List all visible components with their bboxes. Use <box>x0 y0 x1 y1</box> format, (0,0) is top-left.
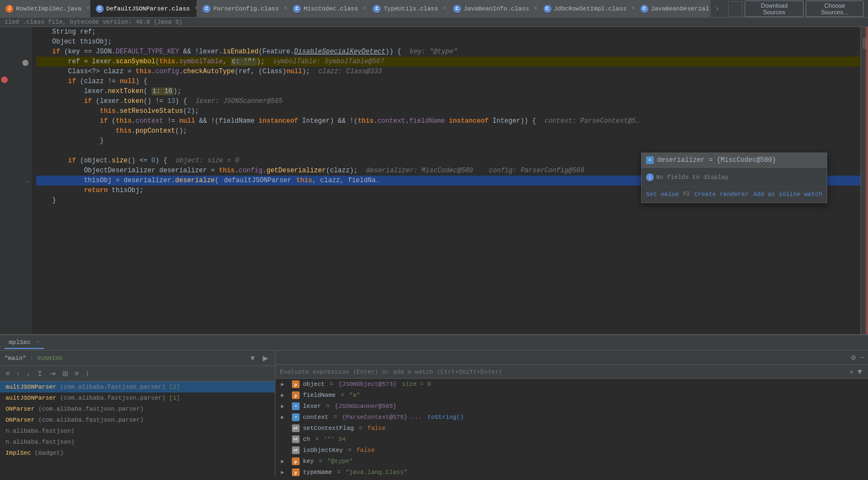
error-marker <box>866 27 868 334</box>
code-line-3: if (key == JSON.DEFAULT_TYPE_KEY && !lex… <box>36 47 860 57</box>
code-line-12: } <box>36 136 860 146</box>
frame-item-2[interactable]: ONParser (com.alibaba.fastjson.parser) <box>0 403 275 414</box>
tab-jdbcrowsetimpl[interactable]: C JdbcRowSetImpl.class × <box>538 0 635 18</box>
class-icon-6: C <box>544 5 551 13</box>
tab-rowsetimplsec[interactable]: J RowSetImplSec.java × <box>0 0 90 18</box>
watches-list[interactable]: ▶ p object = {JSONObject@573} size = 0 ▶… <box>275 379 868 477</box>
frame-item-3[interactable]: ONParser (com.alibaba.fastjson.parser) <box>0 414 275 426</box>
watch-expand-fieldname[interactable]: ▶ <box>281 392 289 399</box>
watch-eq-object: = <box>330 381 334 388</box>
frame-class-1: (com.alibaba.fastjson.parser) <box>60 395 165 401</box>
tab-close-rowsetimplsec[interactable]: × <box>86 6 90 12</box>
code-line-7: lexer.nextToken( i: 16); <box>36 86 860 96</box>
java-icon: J <box>6 5 13 13</box>
tab-javabeaninfo[interactable]: C JavaBeanInfo.class × <box>448 0 538 18</box>
tab-close-javabeaninfo[interactable]: × <box>534 6 538 12</box>
frames-btn-5[interactable]: ≡ <box>73 368 82 379</box>
cursor-indicator: | <box>85 370 89 377</box>
code-line-1: String ref; <box>36 27 860 37</box>
watch-value-setcontextflag: false <box>367 425 386 432</box>
filter-threads-btn[interactable]: ▼ <box>247 353 258 363</box>
frames-btn-3[interactable]: ↥ <box>35 368 45 379</box>
tab-bar: J RowSetImplSec.java × C DefaultJSONPars… <box>0 0 868 18</box>
frames-btn-1[interactable]: ≡ <box>3 368 12 379</box>
watch-type-eq-lexer: ≡ <box>292 402 300 410</box>
watch-expand-context[interactable]: ▶ <box>281 414 289 421</box>
frames-btn-4[interactable]: ⇥ <box>47 368 58 379</box>
tab-typeutils[interactable]: C TypeUtils.class × <box>367 0 447 18</box>
bottom-tab-bar: mplSec × <box>0 335 868 351</box>
frame-name-2: ONParser <box>6 406 35 412</box>
watch-hint-context[interactable]: toString() <box>427 414 464 421</box>
frame-class-6: (Gadget) <box>35 450 64 456</box>
watch-item-key[interactable]: ▶ p key = "@type" <box>275 456 868 467</box>
watch-expand-ch: ▶ <box>281 436 289 443</box>
watch-item-setcontextflag[interactable]: ▶ ot setContextFlag = false <box>275 423 868 434</box>
create-renderer-link[interactable]: Create renderer <box>695 189 749 199</box>
code-line-11: this.popContext(); <box>36 126 860 136</box>
download-sources-button[interactable]: Download Sources <box>745 1 804 17</box>
watch-eq-typename: = <box>337 469 341 476</box>
add-inline-watch-link[interactable]: Add as inline watch <box>753 189 822 199</box>
tab-parserconfig[interactable]: C ParserConfig.class × <box>197 0 287 18</box>
evaluate-input[interactable] <box>280 368 849 375</box>
settings-icon[interactable]: ⚙ <box>851 353 855 362</box>
frame-item-6[interactable]: ImplSec (Gadget) <box>0 448 275 459</box>
watch-expand-lexer[interactable]: ▶ <box>281 403 289 410</box>
set-value-link[interactable]: Set value <box>646 189 679 199</box>
editor-scrollbar[interactable] <box>860 27 868 334</box>
watch-eq-key: = <box>319 458 323 465</box>
watch-item-object[interactable]: ▶ p object = {JSONObject@573} size = 0 <box>275 379 868 390</box>
tooltip-popup: ≡ deserializer = {MiscCodec@580} i No fi… <box>641 152 827 203</box>
watch-name-key: key <box>303 458 314 465</box>
tab-close-typeutils[interactable]: × <box>443 6 446 12</box>
watch-item-isobjectkey[interactable]: ▶ ot isObjectKey = false <box>275 445 868 456</box>
no-fields-text: No fields to display <box>656 172 729 182</box>
frames-btn-grid[interactable]: ⊞ <box>60 368 70 379</box>
watch-eq-ch: = <box>315 436 319 443</box>
frames-toolbar: ≡ ↑ ↓ ↥ ⇥ ⊞ ≡ | <box>0 366 275 381</box>
watch-value-ch: '"' 34 <box>324 436 346 443</box>
expand-watches-btn[interactable]: ▼ <box>856 367 864 376</box>
frame-item-4[interactable]: n.alibaba.fastjson) <box>0 426 275 437</box>
watch-expand-object[interactable]: ▶ <box>281 381 289 388</box>
expand-threads-btn[interactable]: ▶ <box>261 353 270 363</box>
bottom-panel: mplSec × "main" : RUNNING ▼ ▶ ≡ ↑ <box>0 334 868 477</box>
watch-expand-key[interactable]: ▶ <box>281 458 289 465</box>
frames-btn-down[interactable]: ↓ <box>24 368 32 379</box>
tab-close-parserconfig[interactable]: × <box>284 6 287 12</box>
class-icon-3: C <box>293 5 301 13</box>
watch-item-fieldname[interactable]: ▶ p fieldName = "a" <box>275 390 868 401</box>
frames-btn-up[interactable]: ↑ <box>14 368 23 379</box>
tab-defaultjsonparser[interactable]: C DefaultJSONParser.class × <box>90 0 198 18</box>
watch-item-context[interactable]: ▶ ≡ context = {ParseContext@575} ... toS… <box>275 412 868 423</box>
add-watch-btn[interactable]: + <box>849 367 854 376</box>
frames-list[interactable]: aultJSONParser (com.alibaba.fastjson.par… <box>0 381 275 477</box>
editor-area: ⬤ → String ref; Object thisObj; if (key … <box>0 27 868 334</box>
tab-label-jdbcrowsetimpl: JdbcRowSetImpl.class <box>554 6 627 12</box>
code-line-2: Object thisObj; <box>36 37 860 47</box>
evaluate-actions: + ▼ <box>849 367 864 376</box>
bottom-tab-close[interactable]: × <box>36 340 40 346</box>
bottom-tab-mplsec[interactable]: mplSec × <box>4 337 44 349</box>
tab-misccodec[interactable]: C MiscCodec.class × <box>287 0 367 18</box>
code-editor[interactable]: String ref; Object thisObj; if (key == J… <box>32 27 860 334</box>
choose-sources-button[interactable]: Choose Sources... <box>806 1 864 17</box>
watch-item-lexer[interactable]: ▶ ≡ lexer = {JSONScanner@565} <box>275 401 868 412</box>
tab-javabeandeserial[interactable]: C JavaBeanDeserial <box>635 0 710 18</box>
watch-item-typename[interactable]: ▶ p typeName = "java.lang.Class" <box>275 467 868 477</box>
watch-type-ot-ch: ot <box>292 435 300 443</box>
watch-expand-typename[interactable]: ▶ <box>281 469 289 476</box>
breakpoint-marker[interactable] <box>1 77 8 83</box>
minimize-icon[interactable]: − <box>860 353 865 362</box>
tab-overflow-btn[interactable]: › <box>710 4 724 13</box>
frame-item-1[interactable]: aultJSONParser (com.alibaba.fastjson.par… <box>0 392 275 403</box>
watch-eq-lexer: = <box>326 403 330 410</box>
watch-item-ch[interactable]: ▶ ot ch = '"' 34 <box>275 434 868 445</box>
frame-item-5[interactable]: n.alibaba.fastjson) <box>0 437 275 448</box>
frame-item-0[interactable]: aultJSONParser (com.alibaba.fastjson.par… <box>0 381 275 392</box>
tab-close-misccodec[interactable]: × <box>363 6 366 12</box>
thread-name: "main" <box>4 355 26 362</box>
watch-expand-setcontextflag: ▶ <box>281 425 289 432</box>
watch-name-ch: ch <box>303 436 310 443</box>
